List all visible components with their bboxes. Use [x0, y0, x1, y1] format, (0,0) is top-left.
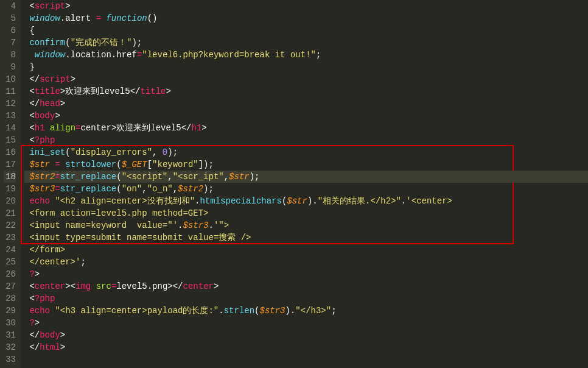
token-tag: body — [35, 111, 55, 121]
token-punct: , — [142, 184, 147, 194]
token-punct: ( — [65, 38, 70, 48]
code-line[interactable]: </head> — [24, 97, 588, 110]
code-line[interactable]: <input type=submit name=submit value=搜索 … — [24, 232, 588, 244]
code-line[interactable]: $str3=str_replace("on","o_n",$str2); — [24, 183, 588, 195]
line-number: 10 — [4, 73, 16, 85]
token-angle: > — [60, 342, 65, 352]
token-plain: location — [71, 50, 111, 60]
token-tag: title — [140, 87, 166, 96]
code-line[interactable]: ini_set("display_errors", 0); — [24, 146, 588, 158]
code-line[interactable]: </script> — [24, 73, 588, 85]
token-punct: [ — [147, 160, 152, 169]
token-tag: ? — [29, 269, 34, 279]
token-punct: ); — [250, 172, 260, 182]
token-plain — [45, 123, 50, 133]
token-angle: </ — [29, 74, 40, 84]
token-str: <input name=keyword value="' — [29, 221, 178, 230]
token-tag: head — [40, 99, 60, 108]
code-line[interactable]: $str2=str_replace("<script","<scr_ipt",$… — [24, 171, 588, 183]
code-line[interactable]: </form> — [24, 244, 588, 256]
token-tag: script — [40, 74, 70, 84]
line-number: 21 — [4, 207, 16, 219]
code-line[interactable]: <h1 align=center>欢迎来到level5</h1> — [24, 122, 588, 134]
code-line[interactable]: window.alert = function() — [24, 12, 588, 24]
code-line[interactable]: </center>'; — [24, 256, 588, 268]
token-plain — [91, 13, 96, 23]
code-line[interactable]: <body> — [24, 110, 588, 122]
token-plain — [60, 160, 65, 169]
token-var: $str2 — [178, 184, 203, 194]
token-str: "<h3 align=center>payload的长度:" — [55, 306, 219, 316]
token-angle: >< — [65, 281, 75, 291]
code-line[interactable]: { — [24, 24, 588, 37]
code-area[interactable]: <script> window.alert = function() { con… — [21, 0, 588, 368]
token-var: $str — [287, 196, 307, 206]
token-str: "<script" — [122, 172, 168, 182]
code-line[interactable]: ?> — [24, 317, 588, 329]
token-punct: ( — [254, 306, 259, 316]
code-line[interactable]: <input name=keyword value="'.$str3.'"> — [24, 219, 588, 232]
line-number: 24 — [4, 244, 16, 256]
token-angle: > — [60, 87, 65, 96]
line-number: 7 — [4, 37, 16, 49]
code-line[interactable] — [24, 353, 588, 366]
token-kwdecl: function — [106, 13, 147, 23]
token-plain — [29, 50, 34, 60]
code-line[interactable]: ?> — [24, 268, 588, 280]
token-punct: ( — [116, 184, 121, 194]
token-punct: . — [65, 50, 70, 60]
token-angle: </ — [130, 87, 141, 96]
code-line[interactable]: window.location.href="level6.php?keyword… — [24, 49, 588, 61]
token-plain: 欢迎来到level5 — [65, 87, 130, 96]
line-number: 15 — [4, 134, 16, 146]
token-str: <input type=submit name=submit value=搜索 … — [29, 233, 251, 242]
token-str: "相关的结果.</h2>" — [318, 196, 401, 206]
code-line[interactable]: echo "<h3 align=center>payload的长度:".strl… — [24, 305, 588, 317]
token-num: 0 — [163, 147, 167, 157]
code-line[interactable]: <script> — [24, 0, 588, 12]
token-angle: < — [29, 294, 34, 303]
code-line[interactable]: } — [24, 61, 588, 73]
token-angle: < — [29, 135, 34, 145]
token-punct: ; — [80, 257, 85, 267]
token-angle: > — [60, 99, 65, 108]
line-number: 22 — [4, 219, 16, 232]
code-line[interactable]: echo "<h2 align=center>没有找到和".htmlspecia… — [24, 195, 588, 207]
token-var: $str3 — [260, 306, 285, 316]
token-angle: < — [29, 87, 34, 96]
token-fn: str_replace — [60, 184, 116, 194]
code-line[interactable]: <center><img src=level5.png></center> — [24, 280, 588, 292]
token-punct: ); — [203, 184, 214, 194]
line-number: 17 — [4, 158, 16, 171]
token-str: "完成的不错！" — [71, 38, 132, 48]
token-punct: ( — [65, 147, 70, 157]
line-number: 20 — [4, 195, 16, 207]
token-attr: src — [96, 281, 111, 291]
code-line[interactable]: <?php — [24, 292, 588, 305]
code-editor[interactable]: 4567891011121314151617181920212223242526… — [0, 0, 588, 368]
code-line[interactable]: $str = strtolower($_GET["keyword"]); — [24, 158, 588, 171]
code-line[interactable]: <?php — [24, 134, 588, 146]
token-angle: ></ — [167, 281, 183, 291]
token-angle: > — [214, 281, 219, 291]
token-angle: < — [29, 1, 34, 11]
token-var: $str — [229, 172, 250, 182]
line-number: 25 — [4, 256, 16, 268]
token-fn: ini_set — [29, 147, 65, 157]
line-number: 23 — [4, 232, 16, 244]
token-punct: ]); — [198, 160, 214, 169]
token-punct: } — [29, 62, 34, 72]
line-number: 9 — [4, 61, 16, 73]
token-str: <form action=level5.php method=GET> — [29, 208, 208, 218]
line-number: 16 — [4, 146, 16, 158]
token-tag: body — [40, 330, 60, 340]
code-line[interactable]: </html> — [24, 341, 588, 353]
code-line[interactable]: confirm("完成的不错！"); — [24, 37, 588, 49]
token-fn: confirm — [29, 38, 65, 48]
token-tag: html — [40, 342, 60, 352]
code-line[interactable]: <form action=level5.php method=GET> — [24, 207, 588, 219]
code-line[interactable]: </body> — [24, 329, 588, 341]
code-line[interactable]: <title>欢迎来到level5</title> — [24, 85, 588, 97]
token-angle: </ — [29, 342, 40, 352]
token-kw: echo — [29, 196, 50, 206]
